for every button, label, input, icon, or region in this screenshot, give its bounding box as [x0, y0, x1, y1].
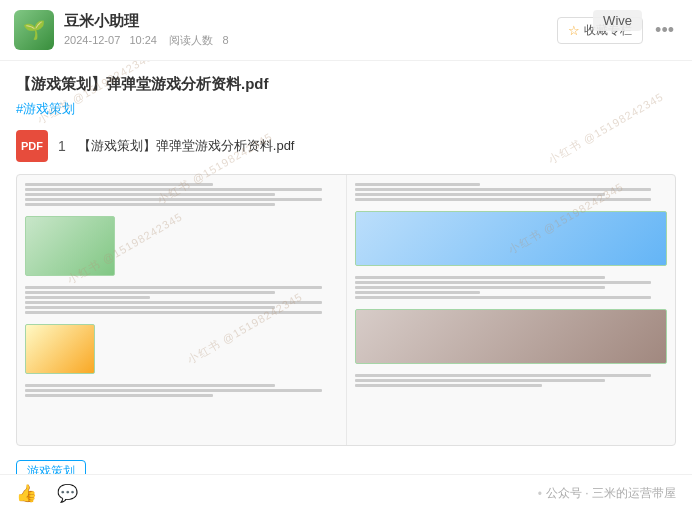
post-header: 🌱 豆米小助理 2024-12-07 10:24 阅读人数 8 ☆ 收藏专栏 •… — [0, 0, 692, 61]
pdf-filename: 【游戏策划】弹弹堂游戏分析资料.pdf — [78, 137, 295, 155]
pdf-preview-inner — [17, 175, 675, 445]
readers-label: 阅读人数 — [169, 34, 213, 46]
pdf-preview-img-1 — [25, 216, 115, 276]
bottom-tag[interactable]: 游戏策划 — [16, 460, 86, 474]
more-button[interactable]: ••• — [651, 20, 678, 41]
main-container: 🌱 豆米小助理 2024-12-07 10:24 阅读人数 8 ☆ 收藏专栏 •… — [0, 0, 692, 514]
post-content: 小红书 @15198242345 小红书 @15198242345 小红书 @1… — [0, 61, 692, 474]
pdf-icon: PDF — [16, 130, 48, 162]
like-icon: 👍 — [16, 483, 37, 504]
post-date: 2024-12-07 — [64, 34, 120, 46]
pdf-preview-img-2 — [25, 324, 95, 374]
wive-label: Wive — [603, 13, 632, 28]
brand-text: 公众号 · 三米的运营带屋 — [546, 485, 676, 502]
post-title: 【游戏策划】弹弹堂游戏分析资料.pdf — [16, 73, 676, 94]
header-info: 豆米小助理 2024-12-07 10:24 阅读人数 8 — [64, 12, 557, 48]
post-meta: 2024-12-07 10:24 阅读人数 8 — [64, 33, 557, 48]
pdf-file-item[interactable]: PDF 1 【游戏策划】弹弹堂游戏分析资料.pdf — [16, 130, 676, 162]
pdf-col-left — [17, 175, 346, 445]
avatar: 🌱 — [14, 10, 54, 50]
readers-count: 8 — [222, 34, 228, 46]
like-button[interactable]: 👍 — [16, 483, 37, 504]
comment-icon: 💬 — [57, 483, 78, 504]
pdf-preview-img-3 — [355, 211, 668, 266]
pdf-col-right — [346, 175, 676, 445]
footer-brand: • 公众号 · 三米的运营带屋 — [98, 485, 676, 502]
comment-button[interactable]: 💬 — [57, 483, 78, 504]
author-name: 豆米小助理 — [64, 12, 557, 31]
post-time: 10:24 — [129, 34, 157, 46]
tag-area: 游戏策划 — [16, 460, 676, 474]
wechat-dot: • — [538, 487, 542, 501]
pdf-number: 1 — [58, 138, 66, 154]
wive-badge[interactable]: Wive — [593, 10, 642, 31]
star-icon: ☆ — [568, 23, 580, 38]
pdf-preview-img-4 — [355, 309, 668, 364]
pdf-preview — [16, 174, 676, 446]
pdf-text-1 — [25, 183, 338, 206]
footer-actions: 👍 💬 • 公众号 · 三米的运营带屋 — [0, 474, 692, 514]
post-tag: #游戏策划 — [16, 100, 676, 118]
